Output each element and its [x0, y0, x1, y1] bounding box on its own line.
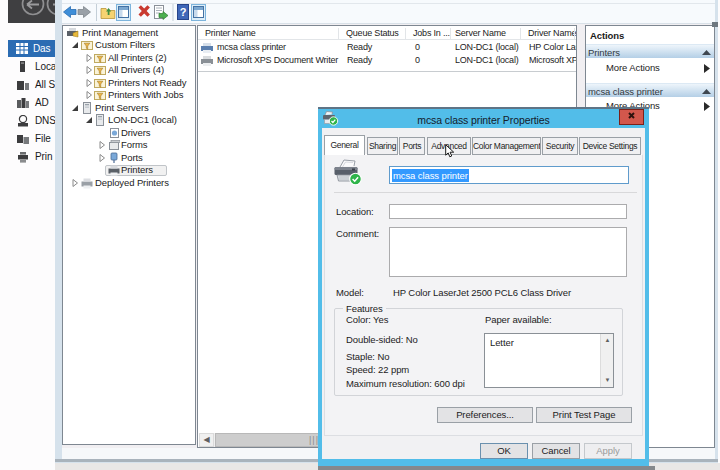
svg-text:?: ?: [180, 6, 187, 18]
